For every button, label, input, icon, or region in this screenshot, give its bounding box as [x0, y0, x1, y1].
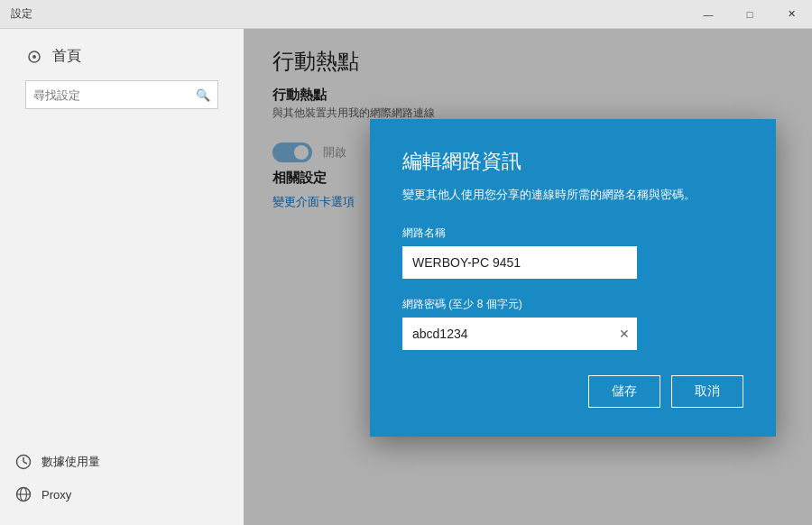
cancel-button[interactable]: 取消 — [671, 375, 743, 408]
password-label: 網路密碼 (至少 8 個字元) — [402, 297, 743, 312]
sidebar-home-label: 首頁 — [52, 47, 81, 66]
sidebar-bottom: 數據使用量 Proxy — [0, 446, 244, 525]
password-input[interactable] — [402, 318, 637, 350]
sidebar-item-data-usage[interactable]: 數據使用量 — [0, 446, 244, 478]
svg-line-4 — [23, 462, 27, 464]
edit-network-dialog: 編輯網路資訊 變更其他人使用您分享的連線時所需的網路名稱與密碼。 網路名稱 網路… — [370, 119, 776, 437]
save-button[interactable]: 儲存 — [588, 375, 660, 408]
search-icon: 🔍 — [196, 88, 210, 102]
search-input[interactable] — [33, 88, 196, 102]
minimize-button[interactable]: — — [687, 0, 729, 29]
home-icon — [25, 48, 43, 66]
dialog-title: 編輯網路資訊 — [402, 148, 743, 175]
svg-point-1 — [32, 55, 36, 59]
network-name-input[interactable] — [402, 246, 637, 279]
dialog-buttons: 儲存 取消 — [402, 375, 743, 408]
sidebar-search-box[interactable]: 🔍 — [25, 80, 218, 109]
data-usage-label: 數據使用量 — [42, 454, 100, 470]
sidebar-item-home[interactable]: 首頁 — [14, 40, 229, 73]
sidebar: 首頁 🔍 數據使用量 — [0, 29, 244, 525]
app-body: 首頁 🔍 數據使用量 — [0, 29, 812, 525]
sidebar-top: 首頁 🔍 — [0, 29, 244, 127]
password-input-wrapper: ✕ — [402, 318, 637, 350]
globe-icon — [14, 485, 32, 503]
network-name-field: 網路名稱 — [402, 226, 743, 279]
title-bar: 設定 — □ ✕ — [0, 0, 812, 29]
window-title: 設定 — [11, 6, 32, 22]
window-controls: — □ ✕ — [687, 0, 812, 29]
main-content: 行動熱點 行動熱點 與其他裝置共用我的網際網路連線 開啟 相關設定 變更介面卡選… — [244, 29, 812, 525]
proxy-label: Proxy — [42, 488, 71, 502]
sidebar-item-proxy[interactable]: Proxy — [0, 478, 244, 511]
close-button[interactable]: ✕ — [770, 0, 812, 29]
password-field: 網路密碼 (至少 8 個字元) ✕ — [402, 297, 743, 368]
dialog-description: 變更其他人使用您分享的連線時所需的網路名稱與密碼。 — [402, 186, 743, 204]
clear-password-button[interactable]: ✕ — [619, 327, 630, 341]
clock-icon — [14, 453, 32, 471]
network-name-label: 網路名稱 — [402, 226, 743, 241]
maximize-button[interactable]: □ — [729, 0, 770, 29]
